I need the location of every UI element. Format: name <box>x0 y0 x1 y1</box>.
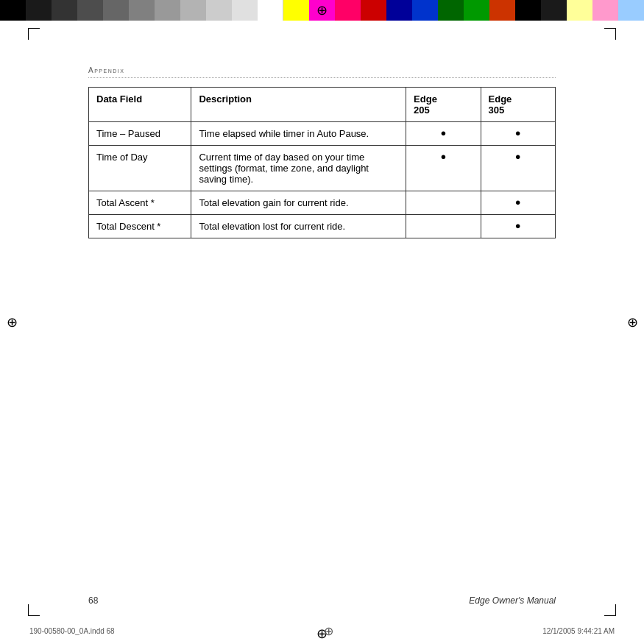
swatch-25 <box>618 0 644 21</box>
swatch-10 <box>232 0 258 21</box>
cell-description: Total elevation gain for current ride. <box>191 191 406 215</box>
swatch-2 <box>26 0 52 21</box>
cell-data-field: Time of Day <box>89 146 191 191</box>
cell-data-field: Total Ascent * <box>89 191 191 215</box>
swatch-11 <box>258 0 284 21</box>
swatch-18 <box>438 0 464 21</box>
table-row: Time – PausedTime elapsed while timer in… <box>89 122 556 146</box>
swatch-8 <box>180 0 206 21</box>
table-header-row: Data Field Description Edge205 Edge305 <box>89 88 556 122</box>
appendix-label: Appendix <box>88 66 124 74</box>
swatch-4 <box>77 0 103 21</box>
file-info: 190-00580-00_0A.indd 68 <box>29 627 115 635</box>
swatch-15 <box>361 0 386 21</box>
col-header-description: Description <box>191 88 406 122</box>
table-row: Total Descent *Total elevation lost for … <box>89 215 556 238</box>
swatch-9 <box>206 0 232 21</box>
col-header-edge305: Edge305 <box>481 88 555 122</box>
col-header-data-field: Data Field <box>89 88 191 122</box>
swatch-16 <box>386 0 412 21</box>
swatch-19 <box>464 0 489 21</box>
crop-mark-tr <box>604 28 616 40</box>
reg-mark-right: ⊕ <box>625 315 640 330</box>
swatch-20 <box>489 0 515 21</box>
data-table: Data Field Description Edge205 Edge305 T… <box>88 87 556 238</box>
main-content: Appendix Data Field Description Edge205 … <box>88 66 556 578</box>
cell-edge305: ● <box>481 146 555 191</box>
swatch-21 <box>515 0 541 21</box>
table-row: Total Ascent *Total elevation gain for c… <box>89 191 556 215</box>
cell-edge305: ● <box>481 215 555 238</box>
cell-edge205: ● <box>406 146 481 191</box>
cell-data-field: Total Descent * <box>89 215 191 238</box>
swatch-14 <box>335 0 361 21</box>
swatch-23 <box>567 0 592 21</box>
cell-description: Time elapsed while timer in Auto Pause. <box>191 122 406 146</box>
col-header-edge205: Edge205 <box>406 88 481 122</box>
crop-mark-bl <box>28 604 40 616</box>
swatch-7 <box>155 0 180 21</box>
footer: 68 Edge Owner's Manual <box>88 595 556 606</box>
swatch-17 <box>412 0 438 21</box>
page-number: 68 <box>88 595 98 606</box>
date-info: 12/1/2005 9:44:21 AM <box>542 627 615 635</box>
cell-edge205: ● <box>406 122 481 146</box>
crop-mark-tl <box>28 28 40 40</box>
cell-edge305: ● <box>481 191 555 215</box>
cell-description: Current time of day based on your time s… <box>191 146 406 191</box>
swatch-5 <box>103 0 129 21</box>
footer-title: Edge Owner's Manual <box>469 595 556 606</box>
reg-mark-top: ⊕ <box>315 3 330 18</box>
crop-mark-br <box>604 604 616 616</box>
swatch-22 <box>541 0 567 21</box>
bottom-reg-mark: ⊕ <box>324 624 333 638</box>
swatch-3 <box>52 0 77 21</box>
swatch-24 <box>592 0 618 21</box>
swatch-1 <box>0 0 26 21</box>
cell-edge205 <box>406 215 481 238</box>
swatch-6 <box>129 0 155 21</box>
swatch-12 <box>283 0 309 21</box>
reg-mark-left: ⊕ <box>4 315 19 330</box>
cell-description: Total elevation lost for current ride. <box>191 215 406 238</box>
bottom-bar: 190-00580-00_0A.indd 68 ⊕ 12/1/2005 9:44… <box>29 624 615 638</box>
table-row: Time of DayCurrent time of day based on … <box>89 146 556 191</box>
cell-edge305: ● <box>481 122 555 146</box>
appendix-heading: Appendix <box>88 66 556 78</box>
cell-data-field: Time – Paused <box>89 122 191 146</box>
cell-edge205 <box>406 191 481 215</box>
